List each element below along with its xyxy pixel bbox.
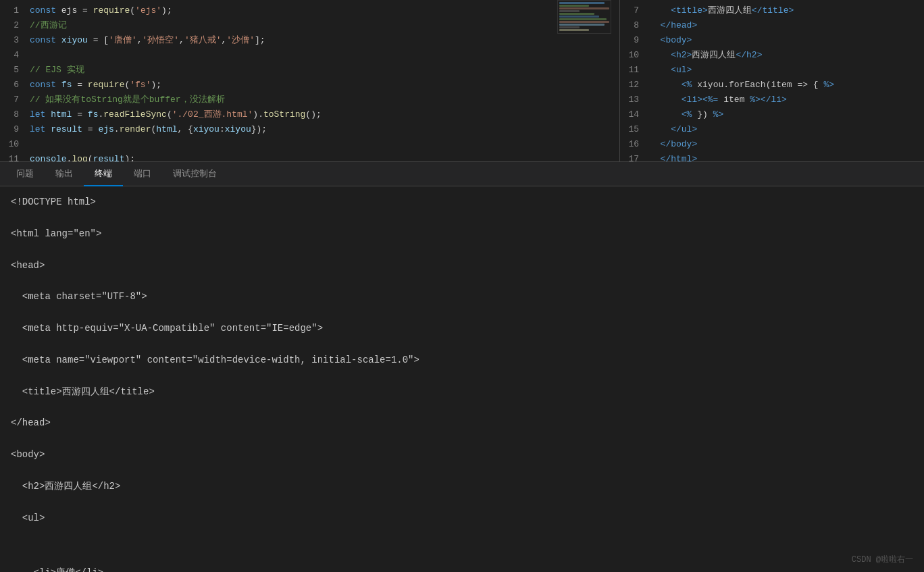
code-line: 4 [0, 47, 619, 62]
line-content: let result = ejs.render(html, {xiyou:xiy… [27, 124, 619, 134]
line-content: //西游记 [27, 19, 619, 31]
code-line: 12 <% xiyou.forEach(item => { %> [620, 77, 924, 92]
terminal-line [11, 542, 913, 549]
code-line: 11 <ul> [620, 62, 924, 77]
line-number: 11 [620, 65, 647, 75]
line-content: <% xiyou.forEach(item => { %> [647, 80, 924, 90]
terminal-line: <body> [11, 447, 913, 462]
terminal-line: <ul> [11, 511, 913, 525]
minimap [557, 0, 611, 34]
line-content: const ejs = require('ejs'); [27, 5, 619, 16]
code-line: 15 </ul> [620, 122, 924, 136]
line-number: 7 [620, 5, 647, 16]
code-line: 17 </html> [620, 151, 924, 161]
tab-问题[interactable]: 问题 [5, 162, 45, 186]
code-line: 8let html = fs.readFileSync('./02_西游.htm… [0, 107, 619, 122]
code-line: 10 [0, 136, 619, 151]
line-content: <ul> [647, 65, 924, 75]
line-number: 9 [0, 124, 27, 134]
code-line: 5// EJS 实现 [0, 62, 619, 77]
line-number: 12 [620, 80, 647, 90]
line-content: // EJS 实现 [27, 63, 619, 76]
right-code-lines: 7 <title>西游四人组</title>8 </head>9 <body>1… [620, 0, 924, 161]
terminal-line: <meta name="viewport" content="width=dev… [11, 353, 913, 367]
line-content: <body> [647, 35, 924, 45]
terminal-line: <head> [11, 258, 913, 273]
code-line: 1const ejs = require('ejs'); [0, 3, 619, 18]
terminal-content[interactable]: <!DOCTYPE html><html lang="en"><head> <m… [0, 186, 924, 572]
line-number: 2 [0, 20, 27, 30]
watermark: CSDN @啦啦右一 [852, 554, 913, 565]
bottom-panel: 问题输出终端端口调试控制台 <!DOCTYPE html><html lang=… [0, 162, 924, 572]
code-line: 16 </body> [620, 136, 924, 151]
line-number: 6 [0, 80, 27, 90]
terminal-line: </head> [11, 415, 913, 430]
line-content: </ul> [647, 124, 924, 134]
line-content: </head> [647, 20, 924, 30]
line-number: 17 [620, 154, 647, 162]
line-content: console.log(result); [27, 154, 619, 162]
code-line: 10 <h2>西游四人组</h2> [620, 47, 924, 62]
code-line: 3const xiyou = ['唐僧','孙悟空','猪八戒','沙僧']; [0, 32, 619, 47]
code-line: 6const fs = require('fs'); [0, 77, 619, 92]
line-number: 16 [620, 139, 647, 149]
line-number: 5 [0, 65, 27, 75]
left-editor-panel[interactable]: 1const ejs = require('ejs');2//西游记3const… [0, 0, 620, 161]
line-number: 9 [620, 35, 647, 45]
tab-端口[interactable]: 端口 [123, 162, 162, 186]
editor-area: 1const ejs = require('ejs');2//西游记3const… [0, 0, 924, 162]
code-line: 7// 如果没有toString就是个buffer，没法解析 [0, 92, 619, 107]
terminal-line: <!DOCTYPE html> [11, 194, 913, 209]
terminal-line: <h2>西游四人组</h2> [11, 479, 913, 494]
code-line: 9let result = ejs.render(html, {xiyou:xi… [0, 122, 619, 136]
line-number: 11 [0, 154, 27, 162]
code-line: 9 <body> [620, 32, 924, 47]
line-number: 8 [0, 109, 27, 120]
code-lines: 1const ejs = require('ejs');2//西游记3const… [0, 0, 619, 161]
line-content: const fs = require('fs'); [27, 80, 619, 90]
line-content: <h2>西游四人组</h2> [647, 49, 924, 61]
line-number: 15 [620, 124, 647, 134]
line-number: 10 [0, 139, 27, 149]
line-number: 10 [620, 50, 647, 60]
code-line: 7 <title>西游四人组</title> [620, 3, 924, 18]
line-content: </body> [647, 139, 924, 149]
terminal-line: <title>西游四人组</title> [11, 384, 913, 399]
code-line: 13 <li><%= item %></li> [620, 92, 924, 107]
line-content: const xiyou = ['唐僧','孙悟空','猪八戒','沙僧']; [27, 34, 619, 46]
line-content: <title>西游四人组</title> [647, 4, 924, 16]
line-number: 8 [620, 20, 647, 30]
code-line: 14 <% }) %> [620, 107, 924, 122]
code-line: 8 </head> [620, 18, 924, 32]
tab-调试控制台[interactable]: 调试控制台 [162, 162, 228, 186]
tab-输出[interactable]: 输出 [45, 162, 84, 186]
terminal-line: <meta charset="UTF-8"> [11, 289, 913, 304]
tab-终端[interactable]: 终端 [84, 162, 123, 186]
tab-bar: 问题输出终端端口调试控制台 [0, 162, 924, 186]
line-number: 14 [620, 109, 647, 120]
line-content: // 如果没有toString就是个buffer，没法解析 [27, 93, 619, 105]
line-content: <li><%= item %></li> [647, 95, 924, 105]
line-number: 7 [0, 95, 27, 105]
code-line: 11console.log(result); [0, 151, 619, 161]
line-number: 3 [0, 35, 27, 45]
line-number: 1 [0, 5, 27, 16]
line-number: 4 [0, 50, 27, 60]
terminal-line: <li>唐僧</li> [11, 565, 913, 572]
line-content: <% }) %> [647, 109, 924, 120]
line-content: </html> [647, 154, 924, 162]
terminal-line: <meta http-equiv="X-UA-Compatible" conte… [11, 321, 913, 336]
line-number: 13 [620, 95, 647, 105]
line-content: let html = fs.readFileSync('./02_西游.html… [27, 108, 619, 120]
right-editor-panel[interactable]: 7 <title>西游四人组</title>8 </head>9 <body>1… [620, 0, 924, 161]
code-line: 2//西游记 [0, 18, 619, 32]
terminal-line: <html lang="en"> [11, 226, 913, 241]
